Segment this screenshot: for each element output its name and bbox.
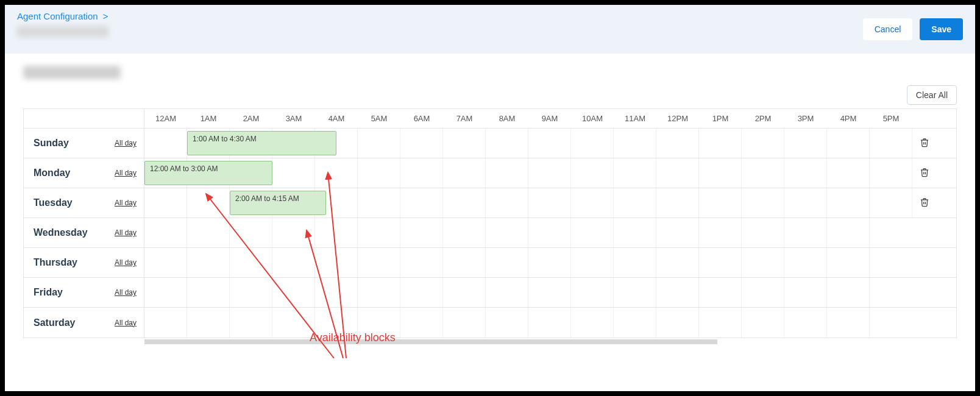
hour-cell[interactable]	[486, 188, 528, 217]
hour-cell[interactable]	[870, 218, 912, 247]
hour-cell[interactable]	[528, 158, 571, 188]
hour-cell[interactable]	[486, 278, 528, 307]
hour-cell[interactable]	[699, 308, 742, 338]
hours-track[interactable]	[144, 308, 912, 338]
hour-cell[interactable]	[656, 218, 699, 247]
hours-track[interactable]	[144, 218, 912, 247]
hour-cell[interactable]	[272, 278, 315, 307]
hour-cell[interactable]	[742, 129, 784, 158]
hour-cell[interactable]	[315, 278, 358, 307]
trash-icon[interactable]	[920, 138, 929, 149]
hour-cell[interactable]	[400, 308, 443, 338]
hour-cell[interactable]	[230, 278, 272, 307]
availability-block[interactable]: 12:00 AM to 3:00 AM	[144, 161, 272, 185]
hour-cell[interactable]	[528, 188, 571, 217]
hour-cell[interactable]	[784, 129, 827, 158]
hour-cell[interactable]	[614, 308, 656, 338]
hour-cell[interactable]	[528, 248, 571, 277]
hour-cell[interactable]	[571, 218, 614, 247]
all-day-link[interactable]: All day	[115, 139, 137, 147]
hour-cell[interactable]	[528, 278, 571, 307]
hour-cell[interactable]	[443, 129, 486, 158]
hour-cell[interactable]	[400, 188, 443, 217]
hour-cell[interactable]	[742, 308, 784, 338]
hours-track[interactable]	[144, 248, 912, 277]
all-day-link[interactable]: All day	[115, 228, 137, 237]
hour-cell[interactable]	[571, 308, 614, 338]
clear-all-button[interactable]: Clear All	[907, 85, 957, 105]
availability-block[interactable]: 2:00 AM to 4:15 AM	[230, 191, 326, 215]
hour-cell[interactable]	[784, 218, 827, 247]
hour-cell[interactable]	[870, 308, 912, 338]
all-day-link[interactable]: All day	[115, 319, 137, 327]
hour-cell[interactable]	[486, 158, 528, 188]
hour-cell[interactable]	[614, 129, 656, 158]
hour-cell[interactable]	[486, 218, 528, 247]
hour-cell[interactable]	[784, 248, 827, 277]
hour-cell[interactable]	[486, 308, 528, 338]
hour-cell[interactable]	[443, 248, 486, 277]
hour-cell[interactable]	[230, 218, 272, 247]
hour-cell[interactable]	[358, 188, 400, 217]
hour-cell[interactable]	[571, 248, 614, 277]
hour-cell[interactable]	[272, 248, 315, 277]
availability-block[interactable]: 1:00 AM to 4:30 AM	[187, 131, 336, 155]
hour-cell[interactable]	[486, 129, 528, 158]
hour-cell[interactable]	[699, 248, 742, 277]
hour-cell[interactable]	[784, 278, 827, 307]
hour-cell[interactable]	[144, 308, 187, 338]
hour-cell[interactable]	[827, 278, 870, 307]
hour-cell[interactable]	[870, 188, 912, 217]
hour-cell[interactable]	[272, 218, 315, 247]
hour-cell[interactable]	[571, 129, 614, 158]
hour-cell[interactable]	[699, 218, 742, 247]
row-trash-cell[interactable]	[912, 188, 937, 217]
hour-cell[interactable]	[528, 129, 571, 158]
hour-cell[interactable]	[742, 188, 784, 217]
hour-cell[interactable]	[528, 308, 571, 338]
hour-cell[interactable]	[870, 248, 912, 277]
hour-cell[interactable]	[144, 129, 187, 158]
hour-cell[interactable]	[656, 308, 699, 338]
hour-cell[interactable]	[187, 278, 230, 307]
hour-cell[interactable]	[187, 188, 230, 217]
hour-cell[interactable]	[486, 248, 528, 277]
hour-cell[interactable]	[358, 248, 400, 277]
trash-icon[interactable]	[920, 168, 929, 179]
hour-cell[interactable]	[571, 188, 614, 217]
hour-cell[interactable]	[358, 278, 400, 307]
row-trash-cell[interactable]	[912, 158, 937, 188]
hour-cell[interactable]	[827, 308, 870, 338]
hour-cell[interactable]	[827, 248, 870, 277]
hour-cell[interactable]	[400, 218, 443, 247]
hour-cell[interactable]	[315, 158, 358, 188]
hour-cell[interactable]	[656, 278, 699, 307]
hour-cell[interactable]	[699, 129, 742, 158]
hour-cell[interactable]	[656, 158, 699, 188]
all-day-link[interactable]: All day	[115, 169, 137, 177]
hour-cell[interactable]	[443, 218, 486, 247]
hour-cell[interactable]	[742, 158, 784, 188]
breadcrumb[interactable]: Agent Configuration >	[17, 11, 108, 21]
hour-cell[interactable]	[870, 129, 912, 158]
row-trash-cell[interactable]	[912, 129, 937, 158]
hour-cell[interactable]	[784, 158, 827, 188]
save-button[interactable]: Save	[920, 18, 963, 40]
hour-cell[interactable]	[315, 248, 358, 277]
hour-cell[interactable]	[614, 278, 656, 307]
hour-cell[interactable]	[272, 158, 315, 188]
hour-cell[interactable]	[144, 248, 187, 277]
hour-cell[interactable]	[443, 278, 486, 307]
hour-cell[interactable]	[443, 308, 486, 338]
hour-cell[interactable]	[187, 248, 230, 277]
hour-cell[interactable]	[784, 188, 827, 217]
trash-icon[interactable]	[920, 197, 929, 209]
hour-cell[interactable]	[443, 158, 486, 188]
hour-cell[interactable]	[528, 218, 571, 247]
hour-cell[interactable]	[614, 218, 656, 247]
hour-cell[interactable]	[742, 248, 784, 277]
hour-cell[interactable]	[358, 129, 400, 158]
hour-cell[interactable]	[144, 278, 187, 307]
all-day-link[interactable]: All day	[115, 199, 137, 207]
hours-track[interactable]: 2:00 AM to 4:15 AM	[144, 188, 912, 217]
